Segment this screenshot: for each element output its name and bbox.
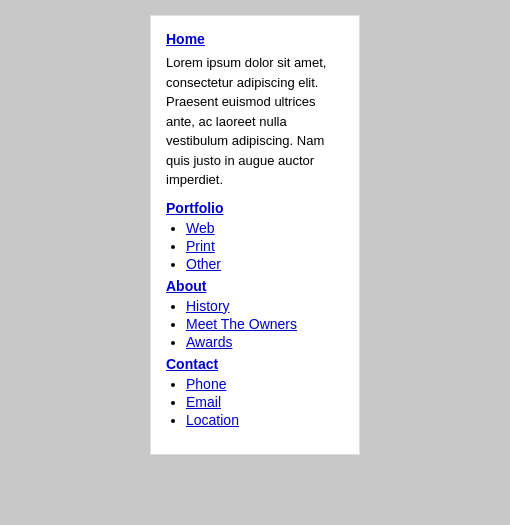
home-body-text: Lorem ipsum dolor sit amet, consectetur …: [166, 53, 344, 190]
contact-location-link[interactable]: Location: [186, 412, 239, 428]
list-item: Print: [186, 238, 344, 254]
portfolio-list: Web Print Other: [166, 220, 344, 272]
portfolio-other-link[interactable]: Other: [186, 256, 221, 272]
portfolio-print-link[interactable]: Print: [186, 238, 215, 254]
contact-list: Phone Email Location: [166, 376, 344, 428]
about-list: History Meet The Owners Awards: [166, 298, 344, 350]
list-item: History: [186, 298, 344, 314]
list-item: Location: [186, 412, 344, 428]
list-item: Web: [186, 220, 344, 236]
about-heading[interactable]: About: [166, 278, 344, 294]
contact-email-link[interactable]: Email: [186, 394, 221, 410]
list-item: Meet The Owners: [186, 316, 344, 332]
contact-heading[interactable]: Contact: [166, 356, 344, 372]
about-meet-owners-link[interactable]: Meet The Owners: [186, 316, 297, 332]
nav-panel: Home Lorem ipsum dolor sit amet, consect…: [150, 15, 360, 455]
about-history-link[interactable]: History: [186, 298, 230, 314]
portfolio-web-link[interactable]: Web: [186, 220, 215, 236]
list-item: Email: [186, 394, 344, 410]
list-item: Other: [186, 256, 344, 272]
about-awards-link[interactable]: Awards: [186, 334, 232, 350]
portfolio-heading[interactable]: Portfolio: [166, 200, 344, 216]
list-item: Phone: [186, 376, 344, 392]
contact-phone-link[interactable]: Phone: [186, 376, 226, 392]
home-link[interactable]: Home: [166, 31, 344, 47]
list-item: Awards: [186, 334, 344, 350]
